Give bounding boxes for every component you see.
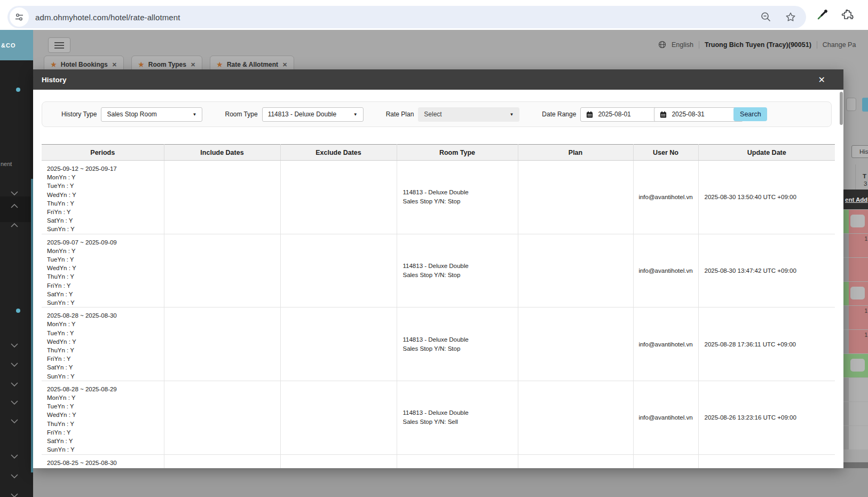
allotment-cell <box>843 282 868 305</box>
chevron-down-icon[interactable] <box>11 416 18 420</box>
allotment-cell: 1 <box>843 234 868 257</box>
room-type-line1: 114813 - Deluxe Double <box>403 335 518 344</box>
divider <box>817 41 817 49</box>
modal-close-icon[interactable]: ✕ <box>818 75 825 85</box>
periods-cell: 2025-08-28 ~ 2025-08-29 MonYn : YTueYn :… <box>42 381 164 454</box>
rate-plan-value: Select <box>424 111 441 118</box>
rate-plan-select[interactable]: Select ▼ <box>418 107 519 122</box>
modal-title: History <box>42 76 67 84</box>
address-bar[interactable]: adm.ohmyhotel.com/hotel/rate-allotment <box>7 6 806 28</box>
date-to-value: 2025-08-31 <box>672 111 704 118</box>
col-periods: Periods <box>42 145 164 161</box>
tab-close-icon[interactable]: ✕ <box>112 61 117 68</box>
bookmark-star-icon[interactable] <box>785 11 796 23</box>
calendar-icon <box>586 111 593 118</box>
url-text[interactable]: adm.ohmyhotel.com/hotel/rate-allotment <box>35 13 180 22</box>
change-password-link[interactable]: Change Pa <box>823 41 856 49</box>
exclude-dates-cell <box>280 234 397 307</box>
company-logo[interactable]: &CO <box>0 30 33 60</box>
allotment-cell <box>843 402 868 425</box>
history-type-select[interactable]: Sales Stop Room ▼ <box>101 107 202 122</box>
background-column-value-fragment: 3 <box>864 180 867 187</box>
menu-toggle-button[interactable] <box>48 37 70 53</box>
chevron-up-icon[interactable] <box>11 226 18 231</box>
user-no-cell: info@avantihotel.vn <box>633 381 698 454</box>
periods-cell: 2025-09-12 ~ 2025-09-17 MonYn : YTueYn :… <box>42 161 164 234</box>
plan-cell <box>518 234 633 307</box>
update-date-cell: 2025-08-30 13:50:40 UTC +09:00 <box>698 161 835 234</box>
room-type-line2: Sales Stop Y/N: Stop <box>403 271 518 280</box>
page-bottom-dimmed <box>33 468 868 497</box>
include-dates-cell <box>164 161 280 234</box>
tab-close-icon[interactable]: ✕ <box>191 61 195 68</box>
table-row: 2025-09-12 ~ 2025-09-17 MonYn : YTueYn :… <box>42 161 835 234</box>
sidebar: &CO nent <box>0 30 33 497</box>
chevron-down-icon[interactable] <box>11 397 18 401</box>
weekday-lines: MonYn : Y <box>47 467 164 468</box>
zoom-out-icon[interactable] <box>760 11 772 23</box>
room-type-cell: 114813 - Deluxe Double Sales Stop Y/N: S… <box>397 307 518 381</box>
update-date-cell: 2025-08-30 13:47:42 UTC +09:00 <box>698 234 835 307</box>
room-type-line1: 114813 - Deluxe Double <box>403 262 518 271</box>
language-selector[interactable]: English <box>672 41 693 49</box>
sidebar-menu-text-fragment: nent <box>1 161 12 167</box>
tab-label: Hotel Bookings <box>61 61 108 68</box>
chevron-down-icon[interactable] <box>11 451 18 455</box>
history-type-value: Sales Stop Room <box>107 111 156 118</box>
col-exclude-dates: Exclude Dates <box>280 145 397 161</box>
tune-icon <box>14 12 24 22</box>
plan-cell <box>518 307 633 381</box>
history-modal: History ✕ History Type Sales Stop Room ▼… <box>33 69 843 468</box>
modal-scrollbar-thumb[interactable] <box>840 92 843 125</box>
chevron-down-icon[interactable] <box>11 490 18 494</box>
room-type-line1: 114813 - Deluxe Double <box>403 408 518 417</box>
exclude-dates-cell <box>280 161 397 234</box>
periods-cell: 2025-08-25 ~ 2025-08-30 MonYn : Y <box>42 454 164 468</box>
tab-close-icon[interactable]: ✕ <box>282 61 287 68</box>
allotment-add-link[interactable]: ent Add <box>843 196 867 203</box>
chevron-up-icon[interactable] <box>11 207 18 211</box>
date-to-input[interactable]: 2025-08-31 <box>654 107 743 122</box>
extensions-puzzle-icon[interactable] <box>841 9 854 21</box>
exclude-dates-cell <box>280 454 397 468</box>
weekday-lines: MonYn : YTueYn : YWedYn : YThuYn : YFriY… <box>47 173 164 233</box>
chevron-down-icon[interactable] <box>11 359 18 364</box>
history-table-body: 2025-09-12 ~ 2025-09-17 MonYn : YTueYn :… <box>42 161 835 469</box>
allotment-toolbar-fragment: ent Add <box>843 190 868 209</box>
include-dates-cell <box>164 454 280 468</box>
room-type-value: 114813 - Deluxe Double <box>268 111 337 118</box>
chevron-down-icon[interactable] <box>11 471 18 475</box>
background-teal-button-fragment <box>862 98 868 112</box>
calendar-icon <box>660 111 667 118</box>
date-range-label: Date Range <box>542 111 576 118</box>
allotment-calendar-cells-fragment: 111 <box>843 210 868 450</box>
exclude-dates-cell <box>280 381 397 454</box>
favorite-star-icon: ★ <box>138 61 144 68</box>
period-range: 2025-08-25 ~ 2025-08-30 <box>47 459 164 467</box>
search-button[interactable]: Search <box>733 107 767 121</box>
tab-label: Rate & Allotment <box>227 61 278 68</box>
room-type-select[interactable]: 114813 - Deluxe Double ▼ <box>262 107 364 122</box>
include-dates-cell <box>164 234 280 307</box>
chevron-down-icon[interactable] <box>11 379 18 383</box>
chevron-down-icon: ▼ <box>193 112 197 117</box>
user-no-cell: info@avantihotel.vn <box>633 307 698 381</box>
table-row: 2025-08-28 ~ 2025-08-29 MonYn : YTueYn :… <box>42 381 835 454</box>
include-dates-cell <box>164 381 280 454</box>
weekday-lines: MonYn : YTueYn : YWedYn : YThuYn : YFriY… <box>47 247 164 307</box>
update-date-cell: 2025-08-26 13:23:16 UTC +09:00 <box>698 381 835 454</box>
chevron-down-icon[interactable] <box>11 340 18 344</box>
room-type-cell <box>397 454 518 468</box>
weekday-lines: MonYn : YTueYn : YWedYn : YThuYn : YFriY… <box>47 393 164 454</box>
history-type-label: History Type <box>61 111 97 118</box>
plan-cell <box>518 161 633 234</box>
tab-label: Room Types <box>148 61 186 68</box>
chevron-down-icon[interactable] <box>11 188 18 192</box>
allotment-cell <box>843 378 868 401</box>
site-info-button[interactable] <box>10 7 29 27</box>
history-button-fragment[interactable]: His <box>851 145 868 158</box>
period-range: 2025-08-28 ~ 2025-08-29 <box>47 385 164 393</box>
period-range: 2025-09-07 ~ 2025-09-09 <box>47 238 164 247</box>
room-type-line2: Sales Stop Y/N: Stop <box>403 197 518 206</box>
eyedropper-icon[interactable] <box>816 9 828 21</box>
